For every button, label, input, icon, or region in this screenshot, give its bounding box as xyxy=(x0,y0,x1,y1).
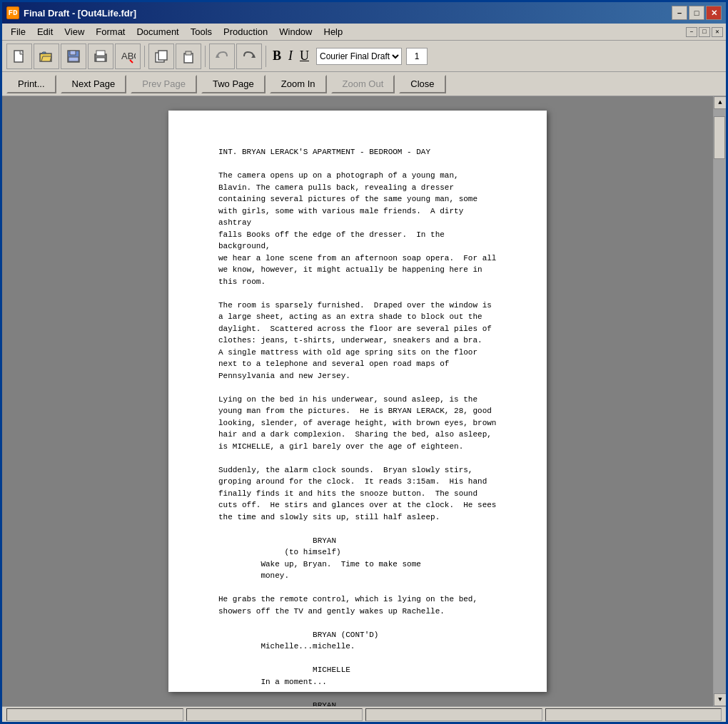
minimize-button[interactable]: – xyxy=(672,6,687,20)
status-panel-2 xyxy=(186,708,363,721)
svg-rect-3 xyxy=(70,51,76,55)
app-icon: FD xyxy=(6,6,19,19)
mdi-controls: – □ ✕ xyxy=(686,27,723,37)
italic-button[interactable]: I xyxy=(285,47,295,65)
toolbar: ABC xyxy=(2,41,726,72)
menu-help[interactable]: Help xyxy=(318,25,349,39)
new-button[interactable] xyxy=(6,44,32,69)
separator-3 xyxy=(266,46,266,67)
close-preview-button[interactable]: Close xyxy=(399,75,445,93)
redo-icon xyxy=(242,49,256,63)
prev-page-button[interactable]: Prev Page xyxy=(131,75,197,93)
vertical-scrollbar: ▲ ▼ xyxy=(713,96,726,706)
status-panel-3 xyxy=(365,708,542,721)
script-page: INT. BRYAN LERACK'S APARTMENT - BEDROOM … xyxy=(168,111,547,692)
open-button[interactable] xyxy=(34,44,59,69)
menu-window[interactable]: Window xyxy=(273,25,318,39)
print-button[interactable] xyxy=(88,44,113,69)
status-panel-1 xyxy=(6,708,183,721)
open-icon xyxy=(39,49,54,63)
undo-button[interactable] xyxy=(209,44,235,69)
print-action-button[interactable]: Print... xyxy=(6,75,56,93)
scroll-up-button[interactable]: ▲ xyxy=(714,96,726,109)
mdi-close[interactable]: ✕ xyxy=(712,27,723,37)
svg-rect-10 xyxy=(158,51,167,60)
paste-button[interactable] xyxy=(176,44,201,69)
font-select[interactable]: Courier Final Draft xyxy=(316,48,402,65)
status-bar xyxy=(2,706,726,722)
separator-2 xyxy=(205,46,206,67)
close-window-button[interactable]: ✕ xyxy=(706,6,722,20)
document-area[interactable]: INT. BRYAN LERACK'S APARTMENT - BEDROOM … xyxy=(2,96,713,706)
title-bar: FD Final Draft - [Out4Life.fdr] – □ ✕ xyxy=(2,2,726,24)
status-panel-4 xyxy=(545,708,722,721)
menu-file[interactable]: File xyxy=(5,25,31,39)
separator-1 xyxy=(144,46,145,67)
scroll-track[interactable] xyxy=(714,109,726,693)
menu-bar: File Edit View Format Document Tools Pro… xyxy=(2,24,726,41)
action-bar: Print... Next Page Prev Page Two Page Zo… xyxy=(2,72,726,96)
mdi-restore[interactable]: □ xyxy=(699,27,710,37)
svg-text:ABC: ABC xyxy=(121,51,136,61)
paste-icon xyxy=(181,49,196,63)
zoom-out-button[interactable]: Zoom Out xyxy=(331,75,395,93)
main-area: INT. BRYAN LERACK'S APARTMENT - BEDROOM … xyxy=(2,96,726,706)
save-icon xyxy=(66,49,81,63)
script-content: INT. BRYAN LERACK'S APARTMENT - BEDROOM … xyxy=(218,146,497,706)
next-page-button[interactable]: Next Page xyxy=(61,75,127,93)
svg-rect-12 xyxy=(186,51,191,55)
zoom-in-button[interactable]: Zoom In xyxy=(270,75,327,93)
menu-edit[interactable]: Edit xyxy=(31,25,59,39)
mdi-minimize[interactable]: – xyxy=(686,27,697,37)
menu-tools[interactable]: Tools xyxy=(185,25,218,39)
page-number-input[interactable] xyxy=(406,48,428,65)
undo-icon xyxy=(215,49,229,63)
bold-button[interactable]: B xyxy=(270,47,284,65)
print-icon xyxy=(93,49,108,63)
save-button[interactable] xyxy=(61,44,86,69)
underline-button[interactable]: U xyxy=(297,47,312,65)
menu-production[interactable]: Production xyxy=(218,25,273,39)
menu-format[interactable]: Format xyxy=(90,25,131,39)
redo-button[interactable] xyxy=(236,44,262,69)
spellcheck-button[interactable]: ABC xyxy=(115,44,141,69)
two-page-button[interactable]: Two Page xyxy=(201,75,266,93)
menu-document[interactable]: Document xyxy=(131,25,184,39)
window-controls: – □ ✕ xyxy=(672,6,722,20)
svg-rect-6 xyxy=(96,51,105,56)
copy-icon xyxy=(154,49,168,63)
new-icon xyxy=(12,49,26,63)
scroll-down-button[interactable]: ▼ xyxy=(714,693,726,706)
spellcheck-icon: ABC xyxy=(120,49,136,63)
menu-view[interactable]: View xyxy=(59,25,90,39)
restore-button[interactable]: □ xyxy=(689,6,704,20)
window-title: Final Draft - [Out4Life.fdr] xyxy=(24,8,672,19)
main-window: FD Final Draft - [Out4Life.fdr] – □ ✕ Fi… xyxy=(0,0,728,724)
scroll-thumb[interactable] xyxy=(714,116,725,159)
svg-rect-7 xyxy=(96,58,105,61)
copy-button[interactable] xyxy=(148,44,174,69)
svg-rect-4 xyxy=(69,57,79,61)
